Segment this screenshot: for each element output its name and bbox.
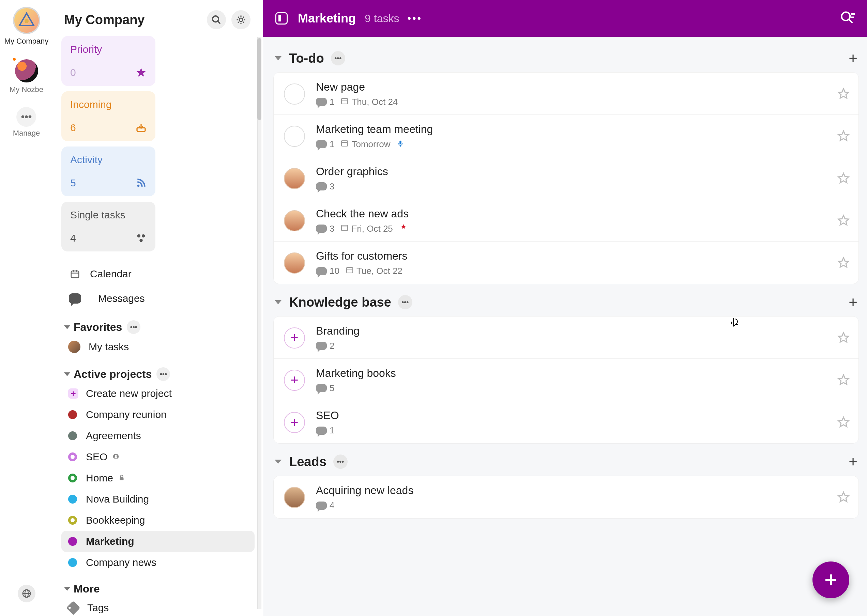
star-icon xyxy=(135,67,146,78)
sidebar-toggle-icon[interactable] xyxy=(275,12,288,25)
task-title: Branding xyxy=(316,325,831,337)
add-task-to-section[interactable]: + xyxy=(848,50,858,67)
personal-workspace-name: My Nozbe xyxy=(9,85,43,94)
star-button[interactable] xyxy=(837,172,850,185)
task-row[interactable]: +Branding2 xyxy=(274,316,859,359)
star-button[interactable] xyxy=(837,331,850,345)
add-assignee-icon[interactable]: + xyxy=(284,370,305,391)
add-assignee-icon[interactable]: + xyxy=(284,412,305,433)
section-favorites[interactable]: Favorites ••• xyxy=(61,311,255,336)
globe-icon[interactable] xyxy=(18,585,35,602)
star-button[interactable] xyxy=(837,416,850,429)
star-button[interactable] xyxy=(837,87,850,101)
sidebar-item-mytasks[interactable]: My tasks xyxy=(61,336,255,358)
scrollbar[interactable] xyxy=(255,37,263,616)
sidebar-item-calendar[interactable]: Calendar xyxy=(61,262,255,286)
sidebar-item-messages[interactable]: Messages xyxy=(61,286,255,311)
comments-icon xyxy=(316,501,327,510)
add-task-to-section[interactable]: + xyxy=(848,453,858,470)
svg-rect-36 xyxy=(346,267,353,273)
project-color-dot xyxy=(68,431,77,440)
star-button[interactable] xyxy=(837,129,850,143)
complete-checkbox[interactable] xyxy=(284,83,305,105)
tile-incoming[interactable]: Incoming 6 xyxy=(61,91,156,141)
search-button[interactable] xyxy=(207,10,226,29)
ellipsis-icon[interactable]: ••• xyxy=(331,51,345,65)
ellipsis-icon[interactable]: ••• xyxy=(333,454,348,469)
svg-point-19 xyxy=(115,455,117,457)
settings-button[interactable] xyxy=(231,10,250,29)
task-row[interactable]: Order graphics3 xyxy=(274,157,859,199)
ellipsis-icon[interactable]: ••• xyxy=(127,320,140,334)
project-color-dot xyxy=(68,516,77,525)
svg-marker-31 xyxy=(839,131,848,140)
project-color-dot xyxy=(68,537,77,546)
workspace-avatar[interactable] xyxy=(13,7,40,34)
sidebar-item-project[interactable]: SEO xyxy=(61,446,255,467)
section-active-projects[interactable]: Active projects ••• xyxy=(61,358,255,383)
add-task-to-section[interactable]: + xyxy=(848,294,858,311)
search-icon xyxy=(211,15,222,25)
svg-rect-28 xyxy=(341,141,348,146)
svg-marker-42 xyxy=(839,492,848,502)
task-section-header[interactable]: To-do•••+ xyxy=(273,44,859,72)
task-row[interactable]: Marketing team meeting1Tomorrow xyxy=(274,115,859,157)
project-more-icon[interactable]: ••• xyxy=(407,13,422,24)
task-title: Check the new ads xyxy=(316,207,831,220)
star-button[interactable] xyxy=(837,373,850,387)
sidebar-item-tags[interactable]: Tags xyxy=(61,597,255,616)
svg-point-21 xyxy=(842,12,850,21)
task-section-header[interactable]: Leads•••+ xyxy=(273,447,859,476)
sidebar-item-project[interactable]: Marketing xyxy=(61,531,255,552)
task-title: Gifts for customers xyxy=(316,250,831,262)
svg-point-13 xyxy=(139,239,142,242)
complete-checkbox[interactable] xyxy=(284,126,305,147)
task-row[interactable]: New page1Thu, Oct 24 xyxy=(274,72,859,115)
tile-priority[interactable]: Priority 0 xyxy=(61,36,156,86)
tile-single-tasks[interactable]: Single tasks 4 xyxy=(61,202,156,251)
personal-workspace-avatar[interactable] xyxy=(15,59,38,82)
section-more[interactable]: More xyxy=(61,573,255,597)
avatar[interactable] xyxy=(284,168,305,189)
ellipsis-icon[interactable]: ••• xyxy=(156,367,170,381)
avatar[interactable] xyxy=(284,210,305,231)
svg-marker-40 xyxy=(839,375,848,384)
sidebar: My Company Priority 0 Incoming 6 Activit… xyxy=(53,0,263,616)
ellipsis-icon[interactable]: ••• xyxy=(398,295,412,310)
sidebar-item-project[interactable]: Agreements xyxy=(61,425,255,446)
svg-marker-39 xyxy=(839,333,848,342)
task-list: +Branding2+Marketing books5+SEO1 xyxy=(273,316,859,443)
svg-marker-8 xyxy=(137,68,146,77)
task-row[interactable]: Gifts for customers10Tue, Oct 22 xyxy=(274,242,859,284)
sidebar-item-create-project[interactable]: + Create new project xyxy=(61,383,255,404)
task-section-header[interactable]: Knowledge base•••+ xyxy=(273,288,859,316)
task-row[interactable]: +SEO1 xyxy=(274,401,859,443)
avatar[interactable] xyxy=(284,487,305,508)
task-row[interactable]: Check the new ads3Fri, Oct 25 xyxy=(274,199,859,242)
sidebar-item-project[interactable]: Bookkeeping xyxy=(61,510,255,531)
add-assignee-icon[interactable]: + xyxy=(284,327,305,349)
filter-button[interactable] xyxy=(840,10,855,27)
star-button[interactable] xyxy=(837,490,850,504)
comments-icon xyxy=(316,267,327,275)
avatar[interactable] xyxy=(284,253,305,273)
tile-activity[interactable]: Activity 5 xyxy=(61,146,156,196)
manage-workspaces[interactable]: ••• Manage xyxy=(13,107,40,138)
task-row[interactable]: +Marketing books5 xyxy=(274,359,859,401)
svg-point-12 xyxy=(142,234,145,237)
chevron-down-icon xyxy=(64,372,70,376)
star-button[interactable] xyxy=(837,256,850,270)
star-button[interactable] xyxy=(837,214,850,228)
svg-point-5 xyxy=(212,16,219,22)
content: To-do•••+New page1Thu, Oct 24Marketing t… xyxy=(263,37,867,616)
plus-icon: + xyxy=(68,388,79,399)
sidebar-item-project[interactable]: Company news xyxy=(61,552,255,573)
sidebar-item-project[interactable]: Nova Building xyxy=(61,489,255,510)
sidebar-item-project[interactable]: Home xyxy=(61,467,255,489)
add-task-fab[interactable] xyxy=(812,561,849,598)
task-title: Marketing books xyxy=(316,367,831,380)
sidebar-item-project[interactable]: Company reunion xyxy=(61,404,255,425)
task-row[interactable]: Acquiring new leads4 xyxy=(274,476,859,518)
calendar-icon xyxy=(70,269,80,279)
svg-rect-33 xyxy=(341,225,348,231)
